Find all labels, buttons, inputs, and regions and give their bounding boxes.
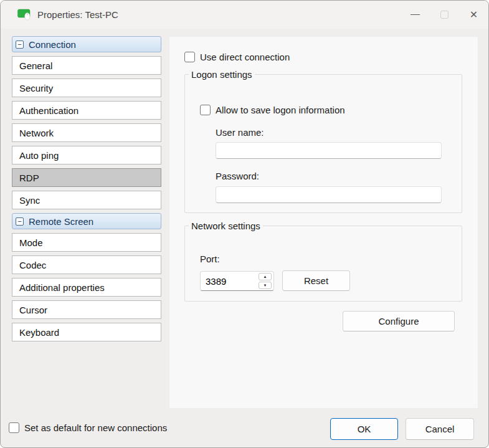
arrow-up-icon: ▲ <box>263 275 267 279</box>
sidebar-group-label: Remote Screen <box>29 216 93 227</box>
reset-button[interactable]: Reset <box>282 270 350 291</box>
logon-settings-title: Logon settings <box>189 69 255 80</box>
maximize-icon <box>440 11 449 19</box>
ok-button[interactable]: OK <box>330 418 398 440</box>
sidebar-item-rdp[interactable]: RDP <box>12 168 161 187</box>
configure-button[interactable]: Configure <box>343 311 455 331</box>
password-input[interactable] <box>216 186 442 203</box>
arrow-down-icon: ▼ <box>263 284 267 287</box>
app-icon <box>17 9 31 21</box>
sidebar-item-cursor[interactable]: Cursor <box>12 300 161 319</box>
sidebar-item-security[interactable]: Security <box>12 79 161 97</box>
sidebar-group-connection[interactable]: − Connection <box>12 36 161 52</box>
sidebar-item-auto-ping[interactable]: Auto ping <box>12 146 161 164</box>
sidebar-item-authentication[interactable]: Authentication <box>12 101 161 120</box>
username-input[interactable] <box>216 142 442 159</box>
sidebar-item-codec[interactable]: Codec <box>12 255 161 274</box>
rdp-settings-panel: Use direct connection Logon settings All… <box>169 36 478 409</box>
properties-dialog: Properties: Test-PC — ✕ − Connection Gen… <box>0 0 489 448</box>
password-label: Password: <box>216 171 259 181</box>
minimize-button[interactable]: — <box>401 1 430 29</box>
maximize-button[interactable] <box>430 1 459 29</box>
spin-up-button[interactable]: ▲ <box>259 273 272 280</box>
spin-down-button[interactable]: ▼ <box>259 282 272 289</box>
use-direct-connection-checkbox[interactable] <box>184 52 195 62</box>
sidebar-item-network[interactable]: Network <box>12 123 161 142</box>
sidebar-item-general[interactable]: General <box>12 56 161 75</box>
sidebar-group-remote-screen[interactable]: − Remote Screen <box>12 213 161 229</box>
allow-save-logon-checkbox[interactable] <box>200 105 211 115</box>
close-icon: ✕ <box>470 9 478 21</box>
use-direct-connection-row: Use direct connection <box>184 52 290 62</box>
port-spin-buttons: ▲ ▼ <box>259 273 272 289</box>
titlebar: Properties: Test-PC — ✕ <box>1 1 488 29</box>
set-default-row: Set as default for new connections <box>9 422 167 433</box>
username-label: User name: <box>216 127 264 138</box>
port-spinner: ▲ ▼ <box>200 271 274 291</box>
port-input[interactable] <box>206 276 243 287</box>
set-default-checkbox[interactable] <box>9 422 19 433</box>
close-button[interactable]: ✕ <box>459 1 488 29</box>
logon-settings-group: Logon settings Allow to save logon infor… <box>184 69 462 213</box>
sidebar-item-sync[interactable]: Sync <box>12 191 161 209</box>
window-title: Properties: Test-PC <box>37 9 118 20</box>
category-sidebar: − Connection General Security Authentica… <box>12 36 161 341</box>
cancel-button[interactable]: Cancel <box>406 418 474 440</box>
network-settings-group: Network settings Port: ▲ ▼ Reset <box>184 221 462 302</box>
sidebar-item-mode[interactable]: Mode <box>12 233 161 252</box>
sidebar-item-keyboard[interactable]: Keyboard <box>12 323 161 341</box>
allow-save-logon-row: Allow to save logon information <box>200 105 345 115</box>
set-default-label: Set as default for new connections <box>24 422 167 433</box>
collapse-icon[interactable]: − <box>16 217 24 226</box>
window-controls: — ✕ <box>401 1 488 29</box>
port-label: Port: <box>200 254 220 264</box>
network-settings-title: Network settings <box>189 221 263 231</box>
allow-save-logon-label: Allow to save logon information <box>216 105 345 115</box>
collapse-icon[interactable]: − <box>16 41 24 49</box>
sidebar-group-label: Connection <box>29 39 76 50</box>
sidebar-item-additional-properties[interactable]: Additional properties <box>12 278 161 297</box>
use-direct-connection-label: Use direct connection <box>200 52 290 62</box>
minimize-icon: — <box>411 8 420 19</box>
